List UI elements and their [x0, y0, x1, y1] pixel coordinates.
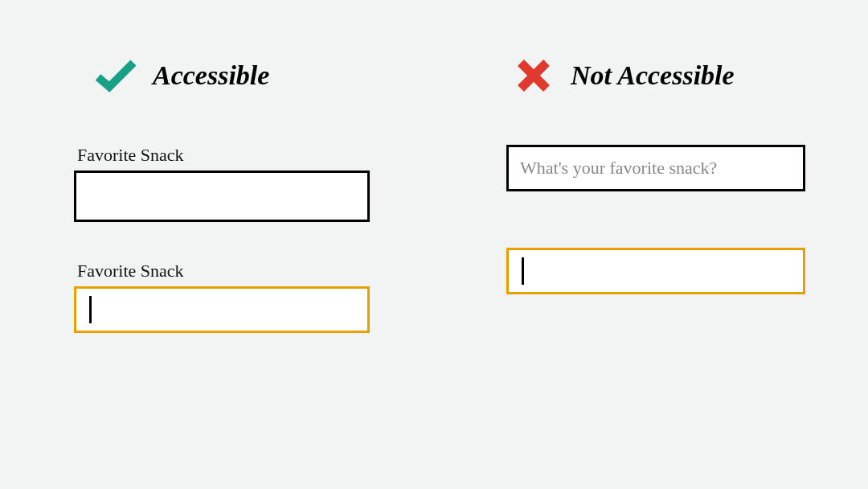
- not-accessible-field-focused: [506, 248, 805, 294]
- x-icon: [513, 58, 555, 93]
- check-icon: [95, 58, 137, 93]
- accessible-field-unfocused: Favorite Snack: [74, 145, 370, 222]
- text-input-focused[interactable]: [74, 286, 370, 333]
- accessible-heading: Accessible: [153, 60, 269, 91]
- accessible-heading-row: Accessible: [63, 58, 370, 93]
- not-accessible-heading-row: Not Accessible: [495, 58, 805, 93]
- accessible-column: Accessible Favorite Snack Favorite Snack: [0, 58, 432, 489]
- not-accessible-column: Not Accessible What's your favorite snac…: [432, 58, 868, 489]
- text-caret-icon: [89, 296, 92, 323]
- not-accessible-heading: Not Accessible: [571, 60, 735, 91]
- placeholder-text: What's your favorite snack?: [520, 158, 717, 179]
- not-accessible-field-placeholder: What's your favorite snack?: [506, 145, 805, 191]
- field-label: Favorite Snack: [74, 145, 370, 166]
- accessible-field-focused: Favorite Snack: [74, 261, 370, 333]
- comparison-columns: Accessible Favorite Snack Favorite Snack…: [0, 0, 868, 489]
- field-label: Favorite Snack: [74, 261, 370, 281]
- text-input-with-placeholder[interactable]: What's your favorite snack?: [506, 145, 805, 191]
- text-input[interactable]: [74, 171, 370, 222]
- text-caret-icon: [522, 257, 524, 285]
- text-input-focused[interactable]: [506, 248, 805, 294]
